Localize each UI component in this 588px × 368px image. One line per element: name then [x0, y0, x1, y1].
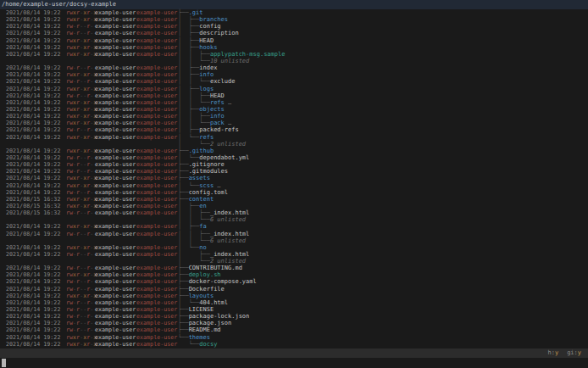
- tree-row[interactable]: 2021/08/14 19:22rwxr-xr-xexample-userexa…: [0, 271, 588, 278]
- tree-row[interactable]: 2021/08/14 19:22rwxr-xr-xexample-userexa…: [0, 334, 588, 341]
- modified-date: 2021/08/14 19:22: [6, 326, 60, 333]
- file-name[interactable]: LICENSE: [189, 306, 214, 313]
- file-name[interactable]: package-lock.json: [189, 313, 250, 320]
- file-name[interactable]: exclude: [210, 78, 236, 85]
- tree-row[interactable]: 2021/08/14 19:22rwxr-xr-xexample-userexa…: [0, 244, 588, 251]
- file-name[interactable]: _index.html: [210, 231, 249, 237]
- file-name[interactable]: docker-compose.yaml: [189, 278, 257, 285]
- tree-row[interactable]: 2021/08/14 19:22rw-r--r--example-userexa…: [0, 78, 588, 85]
- tree-branch-lines: │ ├──: [178, 64, 199, 71]
- file-name[interactable]: _index.html: [210, 209, 249, 216]
- file-name[interactable]: index: [199, 64, 217, 71]
- file-name[interactable]: dependabot.yml: [199, 154, 249, 161]
- file-name[interactable]: _index.html: [210, 251, 249, 258]
- tree-row[interactable]: 2021/08/14 19:22rw-r--r--example-userexa…: [0, 231, 588, 237]
- file-name[interactable]: .git: [189, 9, 203, 16]
- group: example-user: [136, 23, 177, 30]
- tree-row[interactable]: 2021/08/14 19:22rwxr-xr-xexample-userexa…: [0, 341, 588, 348]
- tree-row[interactable]: 2021/08/14 19:22rwxr-xr-xexample-userexa…: [0, 106, 588, 113]
- tree-row[interactable]: 2021/08/14 19:22rw-r--r--example-userexa…: [0, 278, 588, 285]
- file-name[interactable]: 404.html: [199, 299, 228, 306]
- tree-cell: │ └──scss …: [178, 182, 221, 189]
- tree-row[interactable]: 2021/08/14 19:22rwxr-xr-xexample-userexa…: [0, 175, 588, 181]
- mode-flags: h:ygi:y: [547, 348, 581, 358]
- tree-row[interactable]: 2021/08/14 19:22rwxr-xr-xexample-userexa…: [0, 51, 588, 58]
- modified-date: 2021/08/14 19:22: [6, 71, 60, 78]
- truncation-mark: …: [225, 99, 231, 106]
- owner: example-user: [95, 286, 136, 293]
- tree-row[interactable]: 2021/08/14 19:22rw-r--r--example-userexa…: [0, 23, 588, 30]
- flag-gi[interactable]: gi:y: [567, 349, 581, 356]
- tree-row[interactable]: 2021/08/14 19:22rwxr-xr-xexample-userexa…: [0, 71, 588, 78]
- tree-row[interactable]: 2021/08/14 19:22rw-r--r--example-userexa…: [0, 92, 588, 99]
- file-name[interactable]: en: [199, 203, 206, 209]
- file-name[interactable]: content: [189, 196, 214, 203]
- file-name[interactable]: scss: [199, 182, 214, 189]
- tree-row[interactable]: 2021/08/14 19:22rw-r--r--example-userexa…: [0, 189, 588, 196]
- tree-row[interactable]: 2021/08/14 19:22rwxr-xr-xexample-userexa…: [0, 86, 588, 92]
- tree-row[interactable]: 2021/08/14 19:22rw-r--r--example-userexa…: [0, 326, 588, 333]
- group: example-user: [136, 148, 177, 154]
- tree-row[interactable]: 2021/08/14 19:22rw-r--r--example-userexa…: [0, 64, 588, 71]
- tree-row[interactable]: 2021/08/14 19:22rw-r--r--example-userexa…: [0, 154, 588, 161]
- tree-row[interactable]: 2021/08/14 19:22rw-r--r--example-userexa…: [0, 313, 588, 320]
- file-name[interactable]: HEAD: [199, 37, 214, 44]
- tree-row[interactable]: 2021/08/14 19:22rwxr-xr-xexample-userexa…: [0, 16, 588, 23]
- broot-terminal: /home/example-user/docsy-example 2021/08…: [0, 0, 588, 368]
- file-name[interactable]: fa: [199, 223, 206, 230]
- tree-row[interactable]: 2021/08/14 19:22rwxr-xr-xexample-userexa…: [0, 99, 588, 106]
- file-name[interactable]: config.toml: [189, 189, 228, 196]
- tree-row[interactable]: 2021/08/14 19:22rw-r--r--example-userexa…: [0, 161, 588, 168]
- tree-row[interactable]: 2021/08/14 19:22rw-r--r--example-userexa…: [0, 251, 588, 258]
- tree-row[interactable]: 2021/08/14 19:22rwxr-xr-xexample-userexa…: [0, 44, 588, 51]
- file-name[interactable]: HEAD: [210, 92, 225, 99]
- tree-row[interactable]: 2021/08/14 19:22rwxr-xr-xexample-userexa…: [0, 148, 588, 154]
- tree-row[interactable]: 2021/08/14 19:22rw-r--r--example-userexa…: [0, 299, 588, 306]
- tree-row[interactable]: 2021/08/14 19:22rwxr-xr-xexample-userexa…: [0, 134, 588, 141]
- tree-row[interactable]: 2021/08/14 19:22rw-r--r--example-userexa…: [0, 286, 588, 293]
- command-input[interactable]: [0, 358, 588, 368]
- file-name[interactable]: description: [199, 30, 238, 36]
- tree-row[interactable]: 2021/08/14 19:22rwxr-xr-xexample-userexa…: [0, 120, 588, 126]
- tree-row[interactable]: 2021/08/15 16:32rwxr-xr-xexample-userexa…: [0, 203, 588, 209]
- file-name[interactable]: logs: [199, 86, 214, 92]
- tree-row[interactable]: 2021/08/15 16:32rw-r--r--example-userexa…: [0, 209, 588, 216]
- file-name[interactable]: branches: [199, 16, 228, 23]
- tree-branch-lines: ├──: [178, 293, 189, 299]
- tree-row[interactable]: 2021/08/14 19:22rw-r--r--example-userexa…: [0, 168, 588, 175]
- tree-row[interactable]: 2021/08/14 19:22rw-r--r--example-userexa…: [0, 306, 588, 313]
- tree-cell: │ │ └──exclude: [178, 78, 235, 85]
- file-name[interactable]: .gitignore: [189, 161, 225, 168]
- file-name[interactable]: layouts: [189, 293, 214, 299]
- modified-date: 2021/08/14 19:22: [6, 313, 60, 320]
- tree-row[interactable]: 2021/08/14 19:22rwxr-xr-xexample-userexa…: [0, 293, 588, 299]
- tree-row[interactable]: 2021/08/15 16:32rwxr-xr-xexample-userexa…: [0, 196, 588, 203]
- file-name[interactable]: packed-refs: [199, 126, 238, 133]
- file-name[interactable]: applypatch-msg.sample: [210, 51, 286, 58]
- tree-row[interactable]: 2021/08/14 19:22rwxr-xr-xexample-userexa…: [0, 223, 588, 230]
- tree-row[interactable]: 2021/08/14 19:22rw-r--r--example-userexa…: [0, 126, 588, 133]
- file-name[interactable]: README.md: [189, 326, 221, 333]
- file-name[interactable]: no: [199, 244, 206, 251]
- file-name[interactable]: hooks: [199, 44, 217, 51]
- file-name[interactable]: objects: [199, 106, 225, 113]
- tree-row[interactable]: 2021/08/14 19:22rw-r--r--example-userexa…: [0, 320, 588, 326]
- file-name[interactable]: refs: [199, 134, 214, 141]
- file-name[interactable]: Dockerfile: [189, 286, 225, 293]
- tree-row[interactable]: 2021/08/14 19:22rwxr-xr-xexample-userexa…: [0, 37, 588, 44]
- tree-branch-lines: │ └──: [178, 182, 199, 189]
- tree-row[interactable]: 2021/08/14 19:22rwxr-xr-xexample-userexa…: [0, 9, 588, 16]
- file-name[interactable]: CONTRIBUTING.md: [189, 265, 242, 271]
- file-name[interactable]: assets: [189, 175, 210, 181]
- file-name[interactable]: docsy: [199, 341, 217, 348]
- tree-row[interactable]: 2021/08/14 19:22rwxr-xr-xexample-userexa…: [0, 113, 588, 120]
- tree-row[interactable]: 2021/08/14 19:22rwxr-xr-xexample-userexa…: [0, 182, 588, 189]
- tree-row[interactable]: 2021/08/14 19:22rw-r--r--example-userexa…: [0, 265, 588, 271]
- group: example-user: [136, 231, 177, 237]
- file-name[interactable]: refs: [210, 99, 225, 106]
- file-name[interactable]: themes: [189, 334, 210, 341]
- tree-row[interactable]: 2021/08/14 19:22rw-r--r--example-userexa…: [0, 30, 588, 36]
- file-name[interactable]: .github: [189, 148, 214, 154]
- file-name[interactable]: info: [210, 113, 225, 120]
- flag-h[interactable]: h:y: [547, 349, 558, 356]
